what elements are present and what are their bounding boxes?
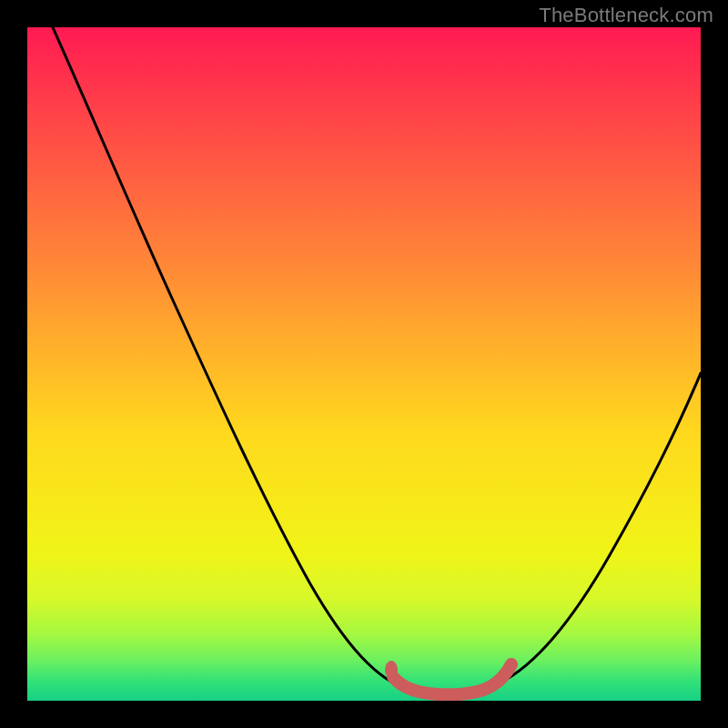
plot-area	[27, 27, 701, 701]
optimal-range-dot	[385, 661, 398, 679]
attribution-label: TheBottleneck.com	[539, 4, 713, 27]
optimal-range-marker	[393, 664, 511, 694]
chart-svg	[27, 27, 701, 701]
bottleneck-curve	[36, 27, 701, 693]
chart-stage: TheBottleneck.com	[0, 0, 728, 728]
